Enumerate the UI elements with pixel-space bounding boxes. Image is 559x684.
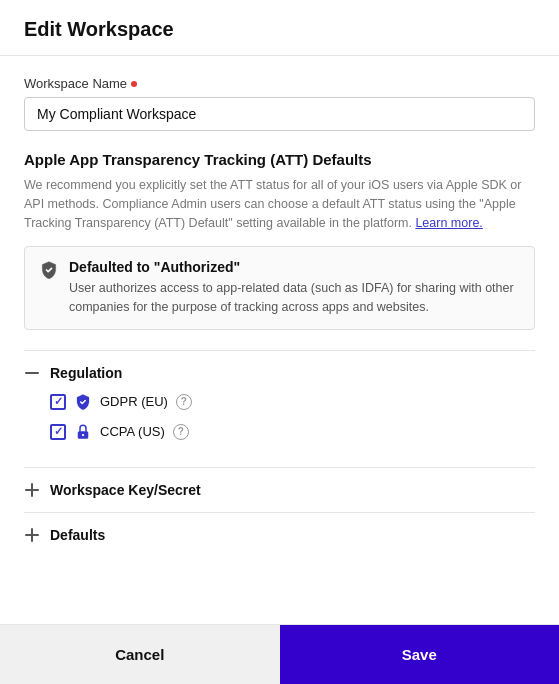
modal-header: Edit Workspace bbox=[0, 0, 559, 56]
modal-footer: Cancel Save bbox=[0, 624, 559, 684]
workspace-name-group: Workspace Name bbox=[24, 76, 535, 131]
regulation-title: Regulation bbox=[50, 365, 122, 381]
cancel-button[interactable]: Cancel bbox=[0, 625, 280, 684]
svg-rect-6 bbox=[31, 528, 33, 542]
defaults-section: Defaults bbox=[24, 512, 535, 557]
modal-body: Workspace Name Apple App Transparency Tr… bbox=[0, 56, 559, 624]
expand-defaults-icon bbox=[24, 527, 40, 543]
workspace-name-label: Workspace Name bbox=[24, 76, 535, 91]
save-button[interactable]: Save bbox=[280, 625, 560, 684]
svg-point-2 bbox=[82, 434, 84, 436]
gdpr-help-icon[interactable]: ? bbox=[176, 394, 192, 410]
regulation-content: ✓ GDPR (EU) ? ✓ bbox=[24, 381, 535, 441]
svg-rect-4 bbox=[31, 483, 33, 497]
gdpr-shield-icon bbox=[74, 393, 92, 411]
att-default-title: Defaulted to "Authorized" bbox=[69, 259, 520, 275]
regulation-item-gdpr: ✓ GDPR (EU) ? bbox=[50, 393, 535, 411]
att-default-desc: User authorizes access to app-related da… bbox=[69, 279, 520, 317]
att-description: We recommend you explicitly set the ATT … bbox=[24, 176, 535, 232]
check-mark: ✓ bbox=[54, 396, 63, 407]
workspace-name-input[interactable] bbox=[24, 97, 535, 131]
shield-icon bbox=[39, 260, 59, 284]
svg-rect-0 bbox=[25, 372, 39, 374]
page-title: Edit Workspace bbox=[24, 18, 535, 41]
gdpr-checkbox[interactable]: ✓ bbox=[50, 394, 66, 410]
defaults-header[interactable]: Defaults bbox=[24, 527, 535, 543]
regulation-header[interactable]: Regulation bbox=[24, 365, 535, 381]
defaults-title: Defaults bbox=[50, 527, 105, 543]
collapse-icon bbox=[24, 365, 40, 381]
regulation-item-ccpa: ✓ CCPA (US) ? bbox=[50, 423, 535, 441]
workspace-key-title: Workspace Key/Secret bbox=[50, 482, 201, 498]
ccpa-label: CCPA (US) bbox=[100, 424, 165, 439]
expand-icon bbox=[24, 482, 40, 498]
regulation-section: Regulation ✓ GDPR (EU) ? bbox=[24, 350, 535, 467]
ccpa-checkbox[interactable]: ✓ bbox=[50, 424, 66, 440]
att-default-box: Defaulted to "Authorized" User authorize… bbox=[24, 246, 535, 330]
workspace-key-header[interactable]: Workspace Key/Secret bbox=[24, 482, 535, 498]
ccpa-help-icon[interactable]: ? bbox=[173, 424, 189, 440]
att-title: Apple App Transparency Tracking (ATT) De… bbox=[24, 151, 535, 168]
learn-more-link[interactable]: Learn more. bbox=[415, 216, 482, 230]
att-section: Apple App Transparency Tracking (ATT) De… bbox=[24, 151, 535, 330]
required-indicator bbox=[131, 81, 137, 87]
check-mark: ✓ bbox=[54, 426, 63, 437]
gdpr-label: GDPR (EU) bbox=[100, 394, 168, 409]
workspace-key-section: Workspace Key/Secret bbox=[24, 467, 535, 512]
ccpa-lock-icon bbox=[74, 423, 92, 441]
edit-workspace-modal: Edit Workspace Workspace Name Apple App … bbox=[0, 0, 559, 684]
att-default-content: Defaulted to "Authorized" User authorize… bbox=[69, 259, 520, 317]
